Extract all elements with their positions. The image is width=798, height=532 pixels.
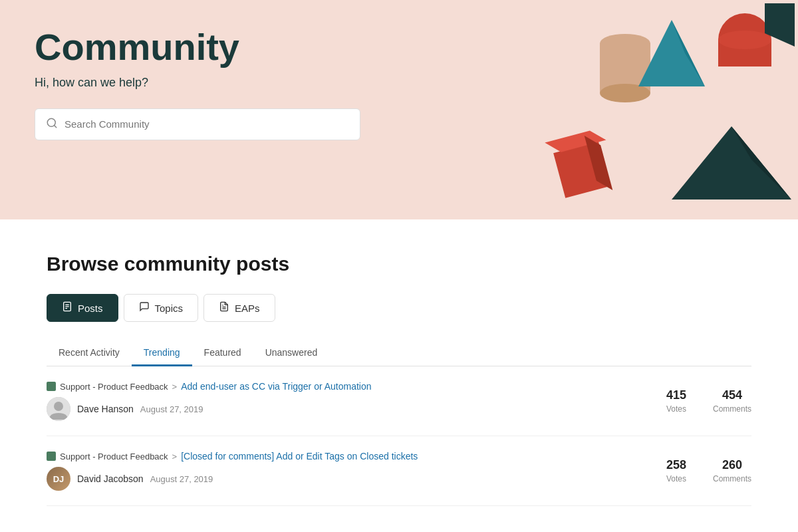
sub-tab-featured[interactable]: Featured <box>192 340 253 366</box>
comments-stat: 454 Comments <box>713 388 751 414</box>
post-item: Support - Product Feedback > Add end-use… <box>47 366 751 436</box>
post-title-link[interactable]: [Closed for comments] Add or Edit Tags o… <box>181 451 418 462</box>
svg-marker-13 <box>585 132 613 194</box>
comments-value: 454 <box>713 388 751 402</box>
breadcrumb-category: Support - Product Feedback <box>60 382 168 392</box>
post-stats: 415 Votes 454 Comments <box>666 388 751 414</box>
svg-rect-11 <box>553 141 610 198</box>
votes-label: Votes <box>666 404 686 414</box>
tab-topics-label: Topics <box>155 303 184 314</box>
tab-buttons: Posts Topics EAPs <box>47 294 751 322</box>
post-left: Support - Product Feedback > Add end-use… <box>47 381 666 421</box>
post-author: Dave Hanson <box>77 404 134 414</box>
post-meta: DJ David Jacobson August 27, 2019 <box>47 467 666 491</box>
hero-title: Community <box>35 27 798 68</box>
tab-eaps-label: EAPs <box>235 303 260 314</box>
breadcrumb-category: Support - Product Feedback <box>60 452 168 462</box>
comments-label: Comments <box>713 404 751 414</box>
post-date: August 27, 2019 <box>140 404 203 414</box>
post-author: David Jacobson <box>77 473 144 484</box>
post-left: Support - Product Feedback > [Closed for… <box>47 451 666 491</box>
votes-stat: 258 Votes <box>666 458 686 484</box>
breadcrumb-separator: > <box>172 452 178 462</box>
sub-tab-unanswered[interactable]: Unanswered <box>253 340 330 366</box>
post-title-link[interactable]: Add end-user as CC via Trigger or Automa… <box>181 381 371 392</box>
svg-point-21 <box>54 402 63 411</box>
svg-marker-8 <box>672 126 791 200</box>
comments-stat: 260 Comments <box>713 458 751 484</box>
tab-posts-label: Posts <box>78 303 103 314</box>
svg-line-1 <box>54 125 56 127</box>
hero-section: Community Hi, how can we help? <box>0 0 798 219</box>
posts-icon <box>62 301 72 315</box>
search-input[interactable] <box>65 118 349 130</box>
post-list: Support - Product Feedback > Add end-use… <box>47 366 751 506</box>
breadcrumb-separator: > <box>172 382 178 392</box>
search-icon <box>46 117 58 132</box>
sub-tab-recent-activity[interactable]: Recent Activity <box>47 340 132 366</box>
tab-button-topics[interactable]: Topics <box>124 294 199 322</box>
votes-stat: 415 Votes <box>666 388 686 414</box>
votes-value: 415 <box>666 388 686 402</box>
votes-label: Votes <box>666 474 686 483</box>
search-bar[interactable] <box>35 108 360 140</box>
post-item: Support - Product Feedback > [Closed for… <box>47 436 751 506</box>
post-meta: Dave Hanson August 27, 2019 <box>47 397 666 421</box>
author-avatar <box>47 397 70 421</box>
post-breadcrumb: Support - Product Feedback > [Closed for… <box>47 451 666 462</box>
votes-value: 258 <box>666 458 686 472</box>
post-row: Support - Product Feedback > [Closed for… <box>47 451 751 491</box>
post-date: August 27, 2019 <box>150 474 213 484</box>
sub-tabs: Recent Activity Trending Featured Unansw… <box>47 340 751 366</box>
topics-icon <box>139 301 150 315</box>
sub-tab-trending[interactable]: Trending <box>132 340 192 366</box>
post-row: Support - Product Feedback > Add end-use… <box>47 381 751 421</box>
svg-marker-9 <box>732 126 791 200</box>
tab-button-posts[interactable]: Posts <box>47 294 118 322</box>
category-icon <box>47 452 56 461</box>
post-breadcrumb: Support - Product Feedback > Add end-use… <box>47 381 666 392</box>
tab-button-eaps[interactable]: EAPs <box>203 294 275 322</box>
main-content: Browse community posts Posts Topics <box>33 219 765 532</box>
post-stats: 258 Votes 260 Comments <box>666 458 751 484</box>
browse-title: Browse community posts <box>47 253 751 275</box>
comments-label: Comments <box>713 474 751 483</box>
comments-value: 260 <box>713 458 751 472</box>
category-icon <box>47 382 56 391</box>
eaps-icon <box>219 301 229 315</box>
author-avatar: DJ <box>47 467 70 491</box>
svg-marker-12 <box>545 127 606 156</box>
hero-subtitle: Hi, how can we help? <box>35 76 798 90</box>
